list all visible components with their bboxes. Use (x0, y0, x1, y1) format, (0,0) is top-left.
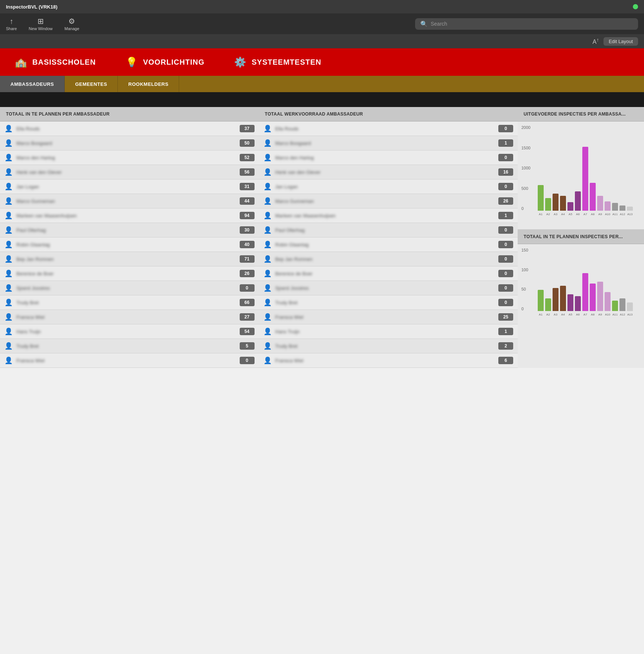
new-window-label: New Window (29, 26, 52, 31)
panel1-header: TOTAAL IN TE PLANNEN PER AMBASSADEUR (0, 107, 259, 122)
x-label: A5 (567, 313, 573, 316)
nav-item-voorlichting[interactable]: 💡 VOORLICHTING (126, 56, 204, 68)
count-badge: 2 (498, 342, 513, 350)
new-window-icon: ⊞ (38, 17, 44, 26)
tab-rookmelders[interactable]: ROOKMELDERS (118, 76, 179, 92)
count-badge: 37 (240, 125, 255, 132)
person-name: Bep Jan Romnen (16, 256, 236, 262)
person-name: Ella Rouds (16, 126, 236, 132)
new-window-button[interactable]: ⊞ New Window (29, 17, 52, 31)
list-item: 👤 Marco Gunneman 26 (259, 194, 518, 208)
person-name: Jan Logan (16, 184, 236, 190)
person-icon: 👤 (4, 240, 13, 249)
nav-label-basisscholen: BASISSCHOLEN (32, 58, 96, 67)
list-item: 👤 Hans Truijn 54 (0, 324, 259, 339)
share-button[interactable]: ↑ Share (6, 17, 17, 31)
bar (582, 273, 588, 311)
y-label-0: 0 (521, 206, 537, 211)
x-label: A3 (553, 213, 559, 216)
person-name: Robin Glaantag (275, 242, 495, 247)
x-label: A9 (597, 213, 603, 216)
title-bar: InspectorBVL (VRK18) (0, 0, 644, 13)
x-label: A13 (627, 313, 633, 316)
count-badge: 27 (240, 313, 255, 321)
person-icon: 👤 (263, 139, 272, 147)
search-bar[interactable]: 🔍 (415, 18, 638, 30)
main-content: TOTAAL IN TE PLANNEN PER AMBASSADEUR 👤 E… (0, 107, 644, 368)
person-icon: 👤 (4, 298, 13, 307)
bar (619, 298, 625, 311)
y2-label-100: 100 (521, 268, 537, 272)
count-badge: 71 (240, 255, 255, 263)
chart2-header: TOTAAL IN TE PLANNEN INSPECTIES PER... (518, 230, 644, 244)
chart2-y-axis: 0 50 100 150 (521, 248, 537, 311)
list-item: 👤 Fransca Wiel 25 (259, 310, 518, 324)
bar (538, 290, 544, 311)
count-badge: 1 (498, 212, 513, 219)
y-label-2000: 2000 (521, 125, 537, 130)
person-icon: 👤 (4, 211, 13, 220)
chart2-bars (538, 248, 640, 311)
person-icon: 👤 (263, 284, 272, 292)
tab-gemeentes[interactable]: GEMEENTES (65, 76, 118, 92)
y-label-1500: 1500 (521, 146, 537, 150)
bar (575, 296, 581, 311)
list-item: 👤 Marco den Hartog 0 (259, 150, 518, 165)
list-item: 👤 Henk van den Glever 16 (259, 165, 518, 179)
person-name: Trudy Bret (275, 343, 495, 349)
tab-bar: AMBASSADEURS GEMEENTES ROOKMELDERS (0, 76, 644, 92)
list-item: 👤 Hans Truijn 1 (259, 324, 518, 339)
person-name: Ella Rouds (275, 126, 495, 132)
person-icon: 👤 (263, 226, 272, 234)
bar (612, 301, 618, 311)
count-badge: 0 (240, 284, 255, 292)
tab-ambassadeurs[interactable]: AMBASSADEURS (0, 76, 65, 92)
x-label: A8 (590, 313, 596, 316)
list-item: 👤 Paul Olterhag 30 (0, 223, 259, 237)
nav-item-systeemtesten[interactable]: ⚙️ SYSTEEMTESTEN (234, 56, 321, 68)
person-name: Marco Gunneman (16, 198, 236, 204)
person-name: Marco den Hartog (16, 155, 236, 161)
count-badge: 66 (240, 299, 255, 306)
list-item: 👤 Fransca Wiel 0 (0, 353, 259, 368)
list-item: 👤 Bep Jan Romnen 0 (259, 252, 518, 266)
list-item: 👤 Robin Glaantag 0 (259, 237, 518, 252)
person-icon: 👤 (263, 298, 272, 307)
search-input[interactable] (431, 21, 633, 27)
count-badge: 1 (498, 328, 513, 335)
chart2-x-labels: A1A2A3A4A5A6A7A8A9A10A11A12A13 (538, 312, 640, 322)
bar (619, 205, 625, 211)
nav-item-basisscholen[interactable]: 🏫 BASISSCHOLEN (15, 56, 96, 68)
bar (627, 302, 633, 311)
person-name: Fransca Wiel (16, 358, 236, 363)
red-nav-bar: 🏫 BASISSCHOLEN 💡 VOORLICHTING ⚙️ SYSTEEM… (0, 48, 644, 76)
app-title: InspectorBVL (VRK18) (6, 4, 57, 10)
person-icon: 👤 (263, 327, 272, 336)
bar (567, 202, 573, 211)
status-dot (633, 4, 638, 9)
bar (553, 194, 559, 211)
list-item: 👤 Marleen van Maasenhuijsen 1 (259, 208, 518, 223)
count-badge: 56 (240, 168, 255, 176)
list-item: 👤 Bep Jan Romnen 71 (0, 252, 259, 266)
person-name: Paul Olterhag (16, 227, 236, 233)
person-icon: 👤 (263, 124, 272, 133)
person-name: Henk van den Glever (16, 169, 236, 175)
bar (545, 198, 551, 211)
edit-layout-button[interactable]: Edit Layout (603, 37, 638, 46)
person-icon: 👤 (263, 153, 272, 162)
x-label: A9 (597, 313, 603, 316)
nav-label-voorlichting: VOORLICHTING (143, 58, 204, 67)
person-icon: 👤 (4, 139, 13, 147)
count-badge: 0 (498, 154, 513, 161)
list-item: 👤 Trudy Bret 0 (259, 295, 518, 310)
list-item: 👤 Jan Logan 0 (259, 179, 518, 194)
count-badge: 0 (498, 226, 513, 234)
person-icon: 👤 (4, 182, 13, 191)
person-name: Bep Jan Romnen (275, 256, 495, 262)
person-icon: 👤 (4, 327, 13, 336)
list-item: 👤 Sjoerd Joostres 0 (0, 281, 259, 295)
x-label: A12 (619, 213, 625, 216)
manage-button[interactable]: ⚙ Manage (65, 17, 80, 31)
count-badge: 0 (498, 284, 513, 292)
